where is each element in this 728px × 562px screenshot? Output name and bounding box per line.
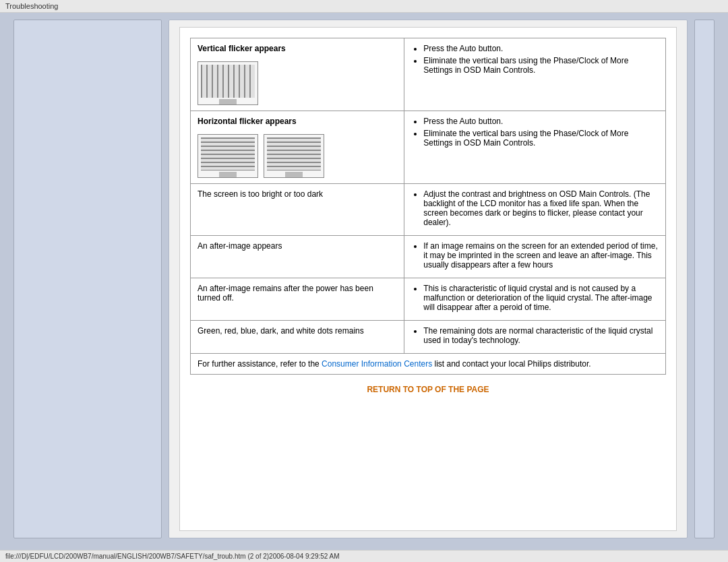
left-panel bbox=[13, 20, 162, 538]
solution-item: The remaining dots are normal characteri… bbox=[423, 326, 659, 345]
table-row: An after-image appears If an image remai… bbox=[191, 236, 666, 278]
flicker-lines bbox=[267, 137, 321, 170]
flicker-lines bbox=[201, 137, 255, 170]
table-row: Vertical flicker appears Press the Auto … bbox=[191, 38, 666, 111]
bottom-bar: file:///D|/EDFU/LCD/200WB7/manual/ENGLIS… bbox=[0, 550, 728, 562]
solution-item: If an image remains on the screen for an… bbox=[423, 241, 659, 270]
issue-cell: Green, red, blue, dark, and white dots r… bbox=[191, 321, 404, 354]
return-to-top-link[interactable]: RETURN TO TOP OF THE PAGE bbox=[190, 375, 666, 404]
table-row: The screen is too bright or too dark Adj… bbox=[191, 184, 666, 236]
right-panel bbox=[694, 20, 715, 538]
troubleshoot-table: Vertical flicker appears Press the Auto … bbox=[190, 38, 666, 375]
solution-cell: Press the Auto button. Eliminate the ver… bbox=[404, 38, 666, 111]
issue-title: An after-image remains after the power h… bbox=[198, 284, 397, 303]
main-area: Vertical flicker appears Press the Auto … bbox=[0, 13, 728, 545]
image-container bbox=[198, 130, 397, 178]
monitor-image bbox=[198, 134, 258, 178]
top-bar: Troubleshooting bbox=[0, 0, 728, 13]
issue-cell: An after-image remains after the power h… bbox=[191, 278, 404, 321]
issue-cell: Vertical flicker appears bbox=[191, 38, 404, 111]
issue-cell: The screen is too bright or too dark bbox=[191, 184, 404, 236]
table-row: Green, red, blue, dark, and white dots r… bbox=[191, 321, 666, 354]
image-container bbox=[198, 57, 397, 105]
footer-text-before: For further assistance, refer to the bbox=[198, 359, 322, 369]
solution-cell: The remaining dots are normal characteri… bbox=[404, 321, 666, 354]
solution-cell: Press the Auto button. Eliminate the ver… bbox=[404, 111, 666, 184]
monitor-stand bbox=[219, 99, 237, 104]
solution-list: Press the Auto button. Eliminate the ver… bbox=[423, 117, 659, 148]
issue-title: Vertical flicker appears bbox=[198, 44, 397, 53]
footer-cell: For further assistance, refer to the Con… bbox=[191, 354, 666, 375]
solution-item: Adjust the contrast and brightness on OS… bbox=[423, 189, 659, 227]
content-area: Vertical flicker appears Press the Auto … bbox=[169, 20, 688, 538]
monitor-stand bbox=[285, 172, 303, 177]
issue-title: The screen is too bright or too dark bbox=[198, 189, 397, 199]
solution-list: Adjust the contrast and brightness on OS… bbox=[423, 189, 659, 227]
solution-cell: Adjust the contrast and brightness on OS… bbox=[404, 184, 666, 236]
solution-item: Press the Auto button. bbox=[423, 44, 659, 53]
table-row: Horizontal flicker appears bbox=[191, 111, 666, 184]
solution-item: Eliminate the vertical bars using the Ph… bbox=[423, 56, 659, 75]
monitor-stand bbox=[219, 172, 237, 177]
monitor-image bbox=[264, 134, 324, 178]
solution-list: If an image remains on the screen for an… bbox=[423, 241, 659, 270]
solution-item: This is characteristic of liquid crystal… bbox=[423, 284, 659, 312]
issue-cell: Horizontal flicker appears bbox=[191, 111, 404, 184]
issue-cell: An after-image appears bbox=[191, 236, 404, 278]
bottom-bar-path: file:///D|/EDFU/LCD/200WB7/manual/ENGLIS… bbox=[5, 553, 340, 560]
solution-cell: This is characteristic of liquid crystal… bbox=[404, 278, 666, 321]
solution-list: Press the Auto button. Eliminate the ver… bbox=[423, 44, 659, 75]
issue-title: Green, red, blue, dark, and white dots r… bbox=[198, 326, 397, 336]
solution-item: Press the Auto button. bbox=[423, 117, 659, 126]
solution-list: The remaining dots are normal characteri… bbox=[423, 326, 659, 345]
consumer-info-link[interactable]: Consumer Information Centers bbox=[322, 359, 432, 369]
issue-title: Horizontal flicker appears bbox=[198, 117, 397, 126]
flicker-lines bbox=[201, 65, 255, 98]
solution-item: Eliminate the vertical bars using the Ph… bbox=[423, 129, 659, 148]
page-content: Vertical flicker appears Press the Auto … bbox=[179, 27, 677, 531]
solution-cell: If an image remains on the screen for an… bbox=[404, 236, 666, 278]
footer-text-after: list and contact your local Philips dist… bbox=[432, 359, 590, 369]
footer-row: For further assistance, refer to the Con… bbox=[191, 354, 666, 375]
monitor-image bbox=[198, 61, 258, 105]
solution-list: This is characteristic of liquid crystal… bbox=[423, 284, 659, 312]
top-bar-label: Troubleshooting bbox=[5, 2, 58, 10]
issue-title: An after-image appears bbox=[198, 241, 397, 251]
table-row: An after-image remains after the power h… bbox=[191, 278, 666, 321]
